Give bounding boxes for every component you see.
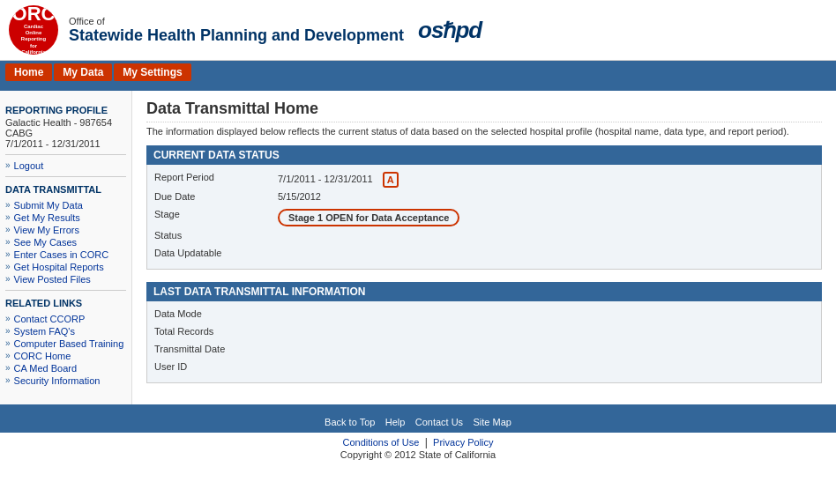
my-data-button[interactable]: My Data bbox=[54, 63, 112, 81]
get-my-results-link[interactable]: »Get My Results bbox=[5, 212, 126, 223]
copyright-text: Copyright © 2012 State of California bbox=[340, 449, 496, 460]
cabg-label: CABG bbox=[5, 128, 126, 138]
report-period-row: Report Period 7/1/2011 - 12/31/2011 A bbox=[154, 170, 814, 189]
stage-value: Stage 1 OPEN for Data Acceptance bbox=[278, 209, 459, 226]
office-of-label: Office of bbox=[69, 16, 404, 26]
stage-badge: Stage 1 OPEN for Data Acceptance bbox=[278, 209, 459, 226]
user-id-label: User ID bbox=[154, 361, 278, 375]
last-transmittal-header: LAST DATA TRANSMITTAL INFORMATION bbox=[146, 282, 822, 301]
transmittal-date-row: Transmittal Date bbox=[154, 342, 814, 359]
contact-us-link[interactable]: Contact Us bbox=[415, 417, 463, 427]
navbar: Home My Data My Settings bbox=[0, 61, 836, 84]
privacy-policy-link[interactable]: Privacy Policy bbox=[433, 437, 493, 448]
org-title: Office of Statewide Health Planning and … bbox=[69, 16, 404, 45]
related-links: »Contact CCORP »System FAQ's »Computer B… bbox=[5, 314, 126, 386]
ca-med-board-link[interactable]: »CA Med Board bbox=[5, 363, 126, 374]
main-layout: REPORTING PROFILE Galactic Health - 9876… bbox=[0, 91, 836, 404]
data-transmittal-links: »Submit My Data »Get My Results »View My… bbox=[5, 200, 126, 285]
logo-area: ORC CardiacOnlineReportingforCalifornia … bbox=[9, 5, 481, 55]
header: ORC CardiacOnlineReportingforCalifornia … bbox=[0, 0, 836, 61]
my-settings-button[interactable]: My Settings bbox=[114, 63, 190, 81]
last-transmittal-section: LAST DATA TRANSMITTAL INFORMATION Data M… bbox=[146, 282, 822, 383]
view-my-errors-link[interactable]: »View My Errors bbox=[5, 225, 126, 235]
logo: ORC CardiacOnlineReportingforCalifornia bbox=[9, 5, 58, 55]
related-links-title: RELATED LINKS bbox=[5, 298, 126, 308]
see-my-cases-link[interactable]: »See My Cases bbox=[5, 237, 126, 248]
footer-bottom: Conditions of Use | Privacy Policy Copyr… bbox=[0, 433, 836, 464]
user-id-row: User ID bbox=[154, 359, 814, 377]
data-mode-label: Data Mode bbox=[154, 308, 278, 322]
security-information-link[interactable]: »Security Information bbox=[5, 375, 126, 386]
corc-home-link[interactable]: »CORC Home bbox=[5, 351, 126, 361]
contact-ccorp-link[interactable]: »Contact CCORP bbox=[5, 314, 126, 324]
transmittal-date-label: Transmittal Date bbox=[154, 344, 278, 358]
current-status-header: CURRENT DATA STATUS bbox=[146, 145, 822, 165]
computer-based-training-link[interactable]: »Computer Based Training bbox=[5, 338, 126, 349]
statewide-label: Statewide Health Planning and Developmen… bbox=[69, 26, 404, 45]
footer-links: Back to Top Help Contact Us Site Map bbox=[0, 411, 836, 433]
total-records-row: Total Records bbox=[154, 324, 814, 342]
sidebar: REPORTING PROFILE Galactic Health - 9876… bbox=[0, 91, 132, 404]
last-transmittal-content: Data Mode Total Records Transmittal Date… bbox=[146, 301, 822, 383]
data-updatable-label: Data Updatable bbox=[154, 248, 278, 262]
annotation-a: A bbox=[383, 172, 399, 188]
report-period-label: Report Period bbox=[154, 172, 278, 188]
blue-divider-top bbox=[0, 84, 836, 91]
conditions-of-use-link[interactable]: Conditions of Use bbox=[342, 437, 419, 448]
due-date-label: Due Date bbox=[154, 191, 278, 205]
report-period-value: 7/1/2011 - 12/31/2011 A bbox=[278, 172, 399, 188]
help-link[interactable]: Help bbox=[385, 417, 406, 427]
data-transmittal-title: DATA TRANSMITTAL bbox=[5, 184, 126, 195]
view-posted-files-link[interactable]: »View Posted Files bbox=[5, 274, 126, 285]
divider-2 bbox=[5, 176, 126, 177]
oshpd-text: osℏpd bbox=[418, 17, 481, 43]
stage-row: Stage Stage 1 OPEN for Data Acceptance bbox=[154, 207, 814, 228]
home-button[interactable]: Home bbox=[5, 63, 52, 81]
period-label: 7/1/2011 - 12/31/2011 bbox=[5, 138, 126, 149]
description: The information displayed below reflects… bbox=[146, 126, 822, 137]
divider-3 bbox=[5, 290, 126, 291]
current-data-status-section: CURRENT DATA STATUS Report Period 7/1/20… bbox=[146, 145, 822, 270]
divider-1 bbox=[5, 154, 126, 155]
logo-text: ORC bbox=[12, 5, 56, 24]
page-title: Data Transmittal Home bbox=[146, 100, 822, 122]
data-updatable-row: Data Updatable bbox=[154, 246, 814, 263]
due-date-value: 5/15/2012 bbox=[278, 191, 321, 205]
oshpd-logo: osℏpd bbox=[418, 17, 481, 44]
status-row: Status bbox=[154, 228, 814, 246]
reporting-profile-title: REPORTING PROFILE bbox=[5, 105, 126, 115]
get-hospital-reports-link[interactable]: »Get Hospital Reports bbox=[5, 262, 126, 272]
total-records-label: Total Records bbox=[154, 326, 278, 340]
logout-link[interactable]: » Logout bbox=[5, 160, 126, 171]
current-status-content: Report Period 7/1/2011 - 12/31/2011 A Du… bbox=[146, 165, 822, 270]
back-to-top-link[interactable]: Back to Top bbox=[325, 417, 375, 427]
site-map-link[interactable]: Site Map bbox=[473, 417, 511, 427]
footer-blue-bar bbox=[0, 404, 836, 411]
main-content: Data Transmittal Home The information di… bbox=[132, 91, 836, 404]
hospital-name: Galactic Health - 987654 bbox=[5, 117, 126, 128]
stage-label: Stage bbox=[154, 209, 278, 226]
due-date-row: Due Date 5/15/2012 bbox=[154, 189, 814, 207]
enter-cases-link[interactable]: »Enter Cases in CORC bbox=[5, 249, 126, 260]
status-label: Status bbox=[154, 230, 278, 244]
logo-taglines: CardiacOnlineReportingforCalifornia bbox=[12, 24, 56, 55]
logout-arrow: » bbox=[5, 160, 11, 170]
system-faqs-link[interactable]: »System FAQ's bbox=[5, 326, 126, 337]
submit-my-data-link[interactable]: »Submit My Data bbox=[5, 200, 126, 211]
data-mode-row: Data Mode bbox=[154, 307, 814, 324]
